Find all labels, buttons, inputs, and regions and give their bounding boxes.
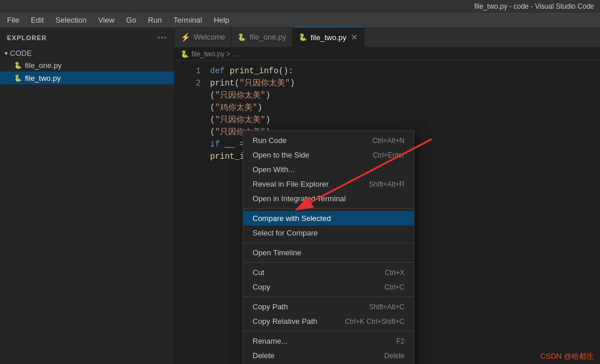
ctx-open-timeline-label: Open Timeline [253,248,301,257]
context-menu: Run Code Ctrl+Alt+N Open to the Side Ctr… [243,130,414,364]
file-one-label: file_one.py [25,61,62,70]
code-line-2: 2 print("只因你太美") [175,77,600,90]
ctx-copy-shortcut: Ctrl+C [385,283,404,291]
ctx-copy-rel-path-label: Copy Relative Path [253,317,317,326]
tab-close-button[interactable]: ✕ [351,33,358,42]
code-line-4: ("鸡你太美") [175,102,600,114]
ctx-open-side-label: Open to the Side [253,151,310,159]
ctx-delete-shortcut: Delete [384,352,404,360]
ctx-open-timeline[interactable]: Open Timeline [243,245,414,260]
ctx-copy-rel-path-shortcut: Ctrl+K Ctrl+Shift+C [345,317,404,326]
ctx-open-with-label: Open With... [253,165,294,174]
separator-3 [243,262,414,263]
menu-help[interactable]: Help [209,15,234,26]
ctx-delete[interactable]: Delete Delete [243,348,414,363]
ctx-cut-label: Cut [253,268,264,277]
ctx-cut[interactable]: Cut Ctrl+X [243,265,414,280]
explorer-label: EXPLORER [7,34,47,41]
breadcrumb: 🐍 file_two.py > ... [175,48,600,60]
ctx-cut-shortcut: Ctrl+X [385,269,404,277]
ctx-copy-path-shortcut: Shift+Alt+C [369,303,404,311]
ctx-rename-label: Rename... [253,337,287,345]
code-line-5: ("只因你太美") [175,114,600,126]
ctx-rename-shortcut: F2 [396,337,404,345]
menu-go[interactable]: Go [122,15,141,26]
py-icon: 🐍 [14,62,22,69]
ctx-compare-selected[interactable]: Compare with Selected [243,211,414,226]
editor-area: ⚡ Welcome 🐍 file_one.py 🐍 file_two.py ✕ … [175,27,600,364]
breadcrumb-py-icon: 🐍 [180,50,189,58]
tab-file-one[interactable]: 🐍 file_one.py [232,27,293,47]
code-folder-header[interactable]: ▾ CODE [0,48,174,59]
title-bar: file_two.py - code - Visual Studio Code [0,0,600,13]
ctx-run-code-shortcut: Ctrl+Alt+N [372,137,404,145]
ctx-compare-selected-label: Compare with Selected [253,214,331,223]
ctx-copy-rel-path[interactable]: Copy Relative Path Ctrl+K Ctrl+Shift+C [243,314,414,329]
ctx-run-code[interactable]: Run Code Ctrl+Alt+N [243,133,414,148]
breadcrumb-path: file_two.py > ... [191,50,238,58]
menu-bar: File Edit Selection View Go Run Terminal… [0,13,600,27]
ctx-open-side[interactable]: Open to the Side Ctrl+Enter [243,148,414,162]
menu-file[interactable]: File [2,15,24,26]
ctx-open-terminal[interactable]: Open in Integrated Terminal [243,191,414,206]
folder-label: CODE [10,49,32,58]
explorer-menu-icon[interactable]: ··· [158,33,167,43]
tab-bar: ⚡ Welcome 🐍 file_one.py 🐍 file_two.py ✕ [175,27,600,48]
py-tab-icon: 🐍 [237,33,246,41]
ctx-delete-label: Delete [253,351,275,360]
ctx-copy-label: Copy [253,283,270,291]
tab-file-one-label: file_one.py [250,33,286,41]
ctx-copy-path-label: Copy Path [253,302,288,311]
chevron-icon: ▾ [5,50,8,56]
ctx-reveal-label: Reveal in File Explorer [253,180,329,188]
ctx-open-side-shortcut: Ctrl+Enter [373,151,404,159]
explorer-header: EXPLORER ··· [0,27,174,48]
code-line-1: 1 def print_info(): [175,65,600,77]
code-section: ▾ CODE 🐍 file_one.py 🐍 file_two.py [0,48,174,84]
sidebar-file-two[interactable]: 🐍 file_two.py [0,72,174,84]
separator-5 [243,331,414,331]
menu-edit[interactable]: Edit [26,15,48,26]
ctx-open-with[interactable]: Open With... [243,162,414,177]
menu-run[interactable]: Run [143,15,166,26]
ctx-copy[interactable]: Copy Ctrl+C [243,280,414,294]
sidebar: EXPLORER ··· ▾ CODE 🐍 file_one.py 🐍 file… [0,27,175,364]
sidebar-file-one[interactable]: 🐍 file_one.py [0,59,174,72]
main-layout: EXPLORER ··· ▾ CODE 🐍 file_one.py 🐍 file… [0,27,600,364]
menu-selection[interactable]: Selection [51,15,91,26]
ctx-reveal-shortcut: Shift+Alt+R [369,180,404,188]
tab-file-two-label: file_two.py [311,33,346,42]
tab-welcome[interactable]: ⚡ Welcome [175,27,232,47]
menu-view[interactable]: View [94,15,119,26]
separator-2 [243,242,414,243]
ctx-select-compare[interactable]: Select for Compare [243,226,414,240]
ctx-reveal[interactable]: Reveal in File Explorer Shift+Alt+R [243,177,414,191]
ctx-select-compare-label: Select for Compare [253,229,318,237]
watermark-text: CSDN @哈都生 [540,352,594,361]
py-tab-icon-2: 🐍 [299,33,307,41]
title-text: file_two.py - code - Visual Studio Code [474,2,594,10]
tab-file-two[interactable]: 🐍 file_two.py ✕ [293,27,364,47]
separator-1 [243,208,414,209]
ctx-open-terminal-label: Open in Integrated Terminal [253,194,346,203]
ctx-rename[interactable]: Rename... F2 [243,334,414,348]
watermark: CSDN @哈都生 [540,351,594,362]
welcome-icon: ⚡ [180,33,190,42]
code-content: 1 def print_info(): 2 print("只因你太美") ("只… [175,60,600,364]
ctx-run-code-label: Run Code [253,136,287,145]
code-line-3: ("只因你太美") [175,90,600,102]
py-icon: 🐍 [14,74,22,82]
ctx-copy-path[interactable]: Copy Path Shift+Alt+C [243,299,414,314]
menu-terminal[interactable]: Terminal [169,15,207,26]
separator-4 [243,297,414,297]
tab-welcome-label: Welcome [194,33,225,41]
file-two-label: file_two.py [25,74,61,83]
